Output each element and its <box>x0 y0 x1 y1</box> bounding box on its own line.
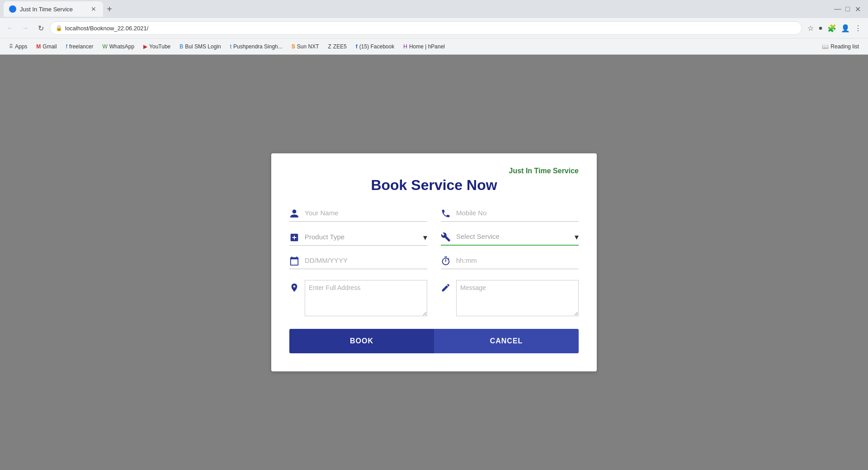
reading-list-button[interactable]: 📖 Reading list <box>818 43 863 51</box>
reading-list-icon: 📖 <box>822 43 829 50</box>
bookmark-freelancer[interactable]: f freelancer <box>62 43 97 51</box>
bookmark-zee5-label: ZEE5 <box>333 43 347 50</box>
form-buttons: BOOK CANCEL <box>289 329 579 353</box>
tab-favicon <box>9 5 16 13</box>
extensions-icon[interactable]: 🧩 <box>827 24 836 33</box>
page-content: Just In Time Service Book Service Now <box>0 55 868 470</box>
calendar-icon <box>289 256 299 266</box>
browser-chrome: Just In Time Service ✕ + — □ ✕ ← → ↻ 🔒 l… <box>0 0 868 55</box>
bookmark-freelancer-label: freelancer <box>69 43 93 50</box>
bookmark-whatsapp-label: WhatsApp <box>109 43 134 50</box>
select-service-dropdown-arrow: ▾ <box>575 232 579 242</box>
close-window-button[interactable]: ✕ <box>854 6 861 12</box>
hpanel-icon: H <box>403 43 407 50</box>
bookmark-pushpendra-label: Pushpendra Singh... <box>233 43 283 50</box>
person-icon <box>289 209 299 218</box>
form-brand: Just In Time Service <box>289 167 579 175</box>
form-title: Book Service Now <box>289 177 579 194</box>
bookmark-sunnxt-label: Sun NXT <box>297 43 319 50</box>
select-service-select-wrap: Select Service <box>456 231 569 242</box>
book-button[interactable]: BOOK <box>289 329 434 353</box>
minimize-button[interactable]: — <box>835 6 841 12</box>
bookmark-zee5[interactable]: Z ZEE5 <box>324 43 350 51</box>
time-input[interactable] <box>456 255 579 266</box>
product-type-select-wrap: Product Type <box>305 231 418 242</box>
youtube-icon: ▶ <box>143 43 147 50</box>
name-input[interactable] <box>305 207 427 218</box>
new-tab-button[interactable]: + <box>103 3 116 15</box>
bookmark-facebook-label: (15) Facebook <box>359 43 394 50</box>
chrome-profile-icon[interactable]: ● <box>818 24 823 32</box>
date-field-row <box>289 255 427 269</box>
bookmark-bulsms[interactable]: B Bul SMS Login <box>176 43 224 51</box>
tab-title: Just In Time Service <box>20 6 86 13</box>
name-field-row <box>289 207 427 222</box>
sunnxt-icon: S <box>292 43 295 50</box>
window-controls: — □ ✕ <box>831 6 864 12</box>
address-textarea[interactable] <box>305 280 427 316</box>
form-grid: Product Type ▾ Select Service ▾ <box>289 207 579 316</box>
bookmark-hpanel[interactable]: H Home | hPanel <box>400 43 448 51</box>
active-tab[interactable]: Just In Time Service ✕ <box>4 1 103 17</box>
cancel-button[interactable]: CANCEL <box>434 329 579 353</box>
address-bar-row: ← → ↻ 🔒 localhost/Booknow_22.06.2021/ ☆ … <box>0 18 868 38</box>
bookmark-youtube[interactable]: ▶ YouTube <box>140 43 174 51</box>
product-type-dropdown-arrow: ▾ <box>423 233 427 242</box>
freelancer-icon: f <box>66 43 67 50</box>
select-service-field-row: Select Service ▾ <box>441 231 579 246</box>
bookmark-pushpendra[interactable]: t Pushpendra Singh... <box>226 43 286 51</box>
date-input[interactable] <box>305 255 427 266</box>
url-text: localhost/Booknow_22.06.2021/ <box>65 25 796 32</box>
apps-icon: ⠿ <box>9 43 13 50</box>
message-textarea[interactable] <box>456 280 579 316</box>
add-box-icon <box>289 233 299 242</box>
message-field-row <box>441 278 579 316</box>
wrench-icon <box>441 232 451 242</box>
forward-button[interactable]: → <box>19 22 32 34</box>
address-field-row <box>289 278 427 316</box>
tab-close-button[interactable]: ✕ <box>90 5 98 13</box>
time-field-row <box>441 255 579 269</box>
phone-icon <box>441 209 451 218</box>
zee5-icon: Z <box>328 43 331 50</box>
product-type-field-row: Product Type ▾ <box>289 231 427 246</box>
bookmark-bulsms-label: Bul SMS Login <box>185 43 221 50</box>
location-icon <box>289 283 299 293</box>
lock-icon: 🔒 <box>56 25 62 31</box>
bookmark-apps[interactable]: ⠿ Apps <box>5 43 31 51</box>
bookmark-apps-label: Apps <box>15 43 27 50</box>
bookmarks-bar: ⠿ Apps M Gmail f freelancer W WhatsApp ▶… <box>0 38 868 54</box>
address-bar[interactable]: 🔒 localhost/Booknow_22.06.2021/ <box>50 21 802 35</box>
bookmark-gmail-label: Gmail <box>42 43 57 50</box>
booking-form-card: Just In Time Service Book Service Now <box>271 153 597 371</box>
bookmark-youtube-label: YouTube <box>149 43 170 50</box>
twitter-icon: t <box>230 43 231 50</box>
facebook-icon: f <box>356 43 358 50</box>
bookmark-facebook[interactable]: f (15) Facebook <box>352 43 398 51</box>
bookmark-star-icon[interactable]: ☆ <box>807 24 814 33</box>
bookmark-whatsapp[interactable]: W WhatsApp <box>99 43 138 51</box>
toolbar-icons: ☆ ● 🧩 👤 ⋮ <box>805 24 864 33</box>
tab-bar: Just In Time Service ✕ + — □ ✕ <box>0 0 868 18</box>
product-type-select[interactable]: Product Type <box>305 231 418 242</box>
edit-icon <box>441 283 451 293</box>
avatar-icon[interactable]: 👤 <box>841 24 850 33</box>
mobile-field-row <box>441 207 579 222</box>
maximize-button[interactable]: □ <box>844 6 851 12</box>
refresh-button[interactable]: ↻ <box>34 22 47 34</box>
whatsapp-icon: W <box>102 43 107 50</box>
mobile-input[interactable] <box>456 207 579 218</box>
bulsms-icon: B <box>179 43 183 50</box>
gmail-icon: M <box>36 43 41 50</box>
back-button[interactable]: ← <box>4 22 16 34</box>
bookmark-hpanel-label: Home | hPanel <box>409 43 445 50</box>
bookmark-sunnxt[interactable]: S Sun NXT <box>288 43 323 51</box>
select-service-select[interactable]: Select Service <box>456 231 569 242</box>
menu-icon[interactable]: ⋮ <box>854 24 862 33</box>
svg-point-0 <box>9 6 16 12</box>
timer-icon <box>441 256 451 266</box>
bookmark-gmail[interactable]: M Gmail <box>33 43 60 51</box>
reading-list-label: Reading list <box>830 43 859 50</box>
